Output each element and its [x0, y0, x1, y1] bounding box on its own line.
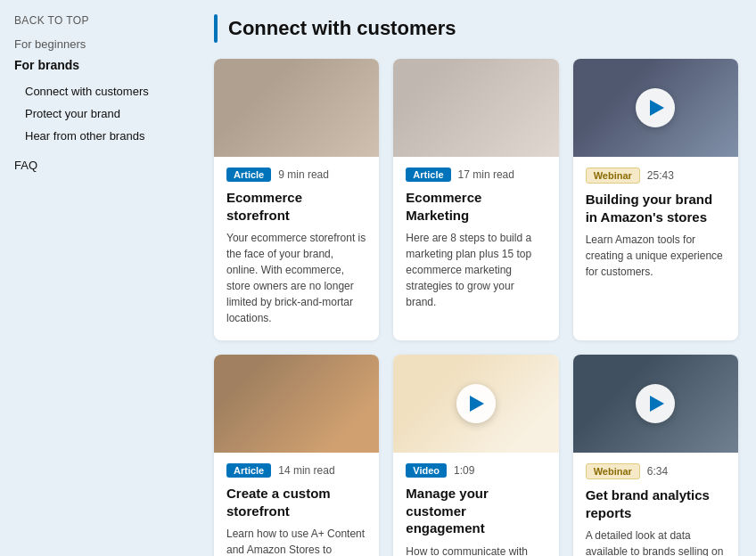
card-title-customer-engagement: Manage your customer engagement: [406, 485, 546, 537]
card-meta-ecommerce-marketing: Article17 min read: [406, 168, 546, 182]
play-triangle-icon: [650, 100, 664, 116]
card-badge-customer-engagement: Video: [406, 463, 447, 478]
card-body-ecommerce-marketing: Article17 min readEcommerce MarketingHer…: [393, 157, 558, 324]
card-body-customer-engagement: Video1:09Manage your customer engagement…: [393, 453, 558, 556]
play-button-building-brand[interactable]: [636, 88, 675, 127]
card-badge-brand-analytics: Webinar: [586, 463, 640, 479]
card-image-ecommerce-storefront: [214, 59, 379, 157]
title-accent: [214, 14, 218, 43]
card-time-building-brand: 25:43: [647, 169, 674, 182]
card-brand-analytics[interactable]: Webinar6:34Get brand analytics reportsA …: [573, 355, 738, 556]
card-meta-brand-analytics: Webinar6:34: [586, 463, 726, 479]
main-content: Connect with customers Article9 min read…: [196, 0, 756, 556]
card-time-customer-engagement: 1:09: [454, 464, 474, 477]
page-layout: BACK TO TOP For beginners For brands Con…: [0, 0, 756, 556]
card-image-building-brand: [573, 59, 738, 157]
card-title-custom-storefront: Create a custom storefront: [226, 485, 366, 519]
card-meta-custom-storefront: Article14 min read: [226, 463, 366, 478]
card-time-brand-analytics: 6:34: [647, 465, 668, 478]
card-image-ecommerce-marketing: [393, 59, 558, 157]
card-desc-ecommerce-storefront: Your ecommerce storefront is the face of…: [226, 230, 366, 326]
card-body-building-brand: Webinar25:43Building your brand in Amazo…: [573, 157, 738, 294]
card-desc-building-brand: Learn Amazon tools for creating a unique…: [586, 232, 726, 280]
card-meta-building-brand: Webinar25:43: [586, 168, 726, 184]
sidebar-items: Connect with customersProtect your brand…: [14, 81, 196, 146]
card-customer-engagement[interactable]: Video1:09Manage your customer engagement…: [393, 355, 558, 556]
play-triangle-icon: [650, 396, 664, 412]
card-desc-customer-engagement: How to communicate with people who shop …: [406, 544, 546, 557]
card-meta-ecommerce-storefront: Article9 min read: [226, 168, 366, 182]
play-button-customer-engagement[interactable]: [456, 384, 496, 423]
card-body-brand-analytics: Webinar6:34Get brand analytics reportsA …: [573, 453, 738, 556]
card-image-customer-engagement: [393, 355, 558, 453]
card-badge-building-brand: Webinar: [586, 168, 640, 184]
card-ecommerce-storefront[interactable]: Article9 min readEcommerce storefrontYou…: [214, 59, 379, 340]
card-time-ecommerce-marketing: 17 min read: [458, 168, 514, 181]
card-title-building-brand: Building your brand in Amazon's stores: [586, 191, 726, 225]
card-title-brand-analytics: Get brand analytics reports: [586, 487, 726, 521]
card-badge-ecommerce-storefront: Article: [226, 168, 271, 182]
card-desc-brand-analytics: A detailed look at data available to bra…: [586, 527, 726, 556]
section-title-bar: Connect with customers: [214, 14, 738, 43]
back-to-top[interactable]: BACK TO TOP: [14, 14, 196, 27]
card-desc-ecommerce-marketing: Here are 8 steps to build a marketing pl…: [406, 230, 546, 310]
card-body-ecommerce-storefront: Article9 min readEcommerce storefrontYou…: [214, 157, 379, 340]
card-title-ecommerce-marketing: Ecommerce Marketing: [406, 189, 546, 224]
play-triangle-icon: [470, 396, 484, 412]
card-time-ecommerce-storefront: 9 min read: [278, 168, 329, 181]
sidebar-for-brands: For brands: [14, 58, 196, 72]
card-body-custom-storefront: Article14 min readCreate a custom storef…: [214, 453, 379, 556]
sidebar: BACK TO TOP For beginners For brands Con…: [0, 0, 196, 556]
card-building-brand[interactable]: Webinar25:43Building your brand in Amazo…: [573, 59, 738, 340]
card-title-ecommerce-storefront: Ecommerce storefront: [226, 189, 366, 224]
sidebar-item-connect[interactable]: Connect with customers: [14, 81, 196, 102]
card-ecommerce-marketing[interactable]: Article17 min readEcommerce MarketingHer…: [393, 59, 558, 340]
sidebar-faq[interactable]: FAQ: [14, 159, 196, 172]
sidebar-item-protect[interactable]: Protect your brand: [14, 103, 196, 124]
card-desc-custom-storefront: Learn how to use A+ Content and Amazon S…: [226, 526, 366, 556]
card-badge-custom-storefront: Article: [226, 463, 271, 478]
card-time-custom-storefront: 14 min read: [278, 464, 334, 477]
play-button-brand-analytics[interactable]: [636, 384, 675, 423]
card-image-custom-storefront: [214, 355, 379, 453]
cards-grid-row-1: Article9 min readEcommerce storefrontYou…: [214, 59, 738, 340]
sidebar-item-hear[interactable]: Hear from other brands: [14, 126, 196, 146]
section-title: Connect with customers: [228, 17, 456, 40]
card-custom-storefront[interactable]: Article14 min readCreate a custom storef…: [214, 355, 379, 556]
card-badge-ecommerce-marketing: Article: [406, 168, 450, 182]
cards-grid-row-2: Article14 min readCreate a custom storef…: [214, 355, 738, 556]
card-meta-customer-engagement: Video1:09: [406, 463, 546, 478]
card-image-brand-analytics: [573, 355, 738, 453]
sidebar-for-beginners[interactable]: For beginners: [14, 37, 196, 51]
